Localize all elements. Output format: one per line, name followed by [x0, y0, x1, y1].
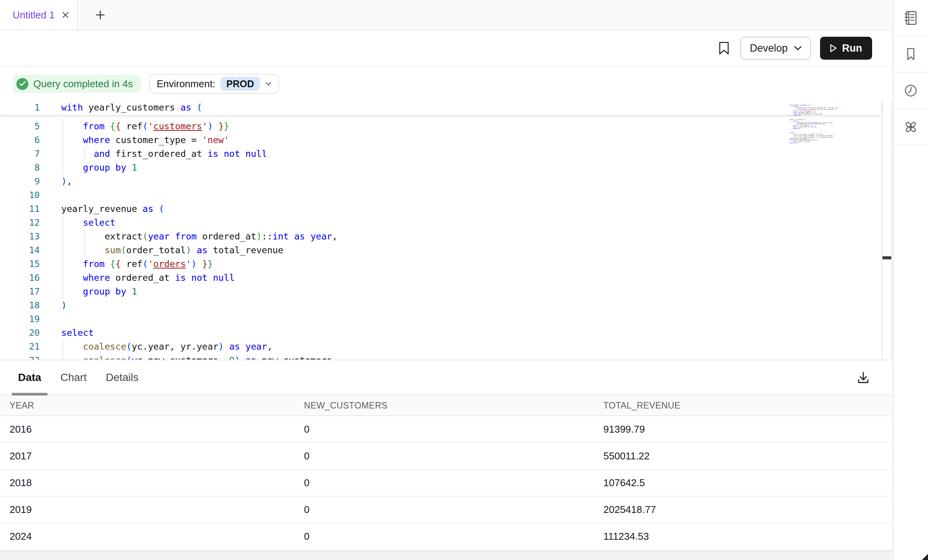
- run-label: Run: [842, 42, 862, 54]
- table-row: 2016091399.79: [0, 416, 892, 443]
- new-tab-button[interactable]: [91, 0, 109, 30]
- results-tab-data[interactable]: Data: [18, 360, 41, 395]
- table-cell: 91399.79: [603, 423, 892, 435]
- column-header: TOTAL_REVENUE: [603, 400, 892, 411]
- bookmark-icon: [902, 46, 919, 63]
- code-line: 13 extract(year from ordered_at)::int as…: [0, 230, 881, 243]
- code-line: 22 coalesce(yc.new_customers, 0) as new_…: [0, 353, 881, 360]
- table-row: 20180107642.5: [0, 470, 892, 497]
- table-cell: 0: [304, 477, 603, 489]
- code-line: 15 from {{ ref('orders') }}: [0, 257, 881, 271]
- code-line: 6 where customer_type = 'new': [0, 133, 881, 147]
- line-number: 12: [0, 216, 40, 230]
- ref-link[interactable]: orders: [154, 259, 186, 269]
- line-number: 20: [0, 326, 40, 340]
- line-number: 5: [0, 119, 40, 133]
- table-row: 201902025418.77: [0, 497, 892, 523]
- sidebar-item-notebook[interactable]: [894, 0, 928, 36]
- chevron-down-icon: [794, 46, 802, 51]
- code-lines: 5 from {{ ref('customers') }}6 where cus…: [0, 119, 881, 360]
- line-number: 6: [0, 133, 40, 147]
- line-number: 17: [0, 285, 40, 298]
- code-line: 9),: [0, 174, 881, 188]
- environment-label: Environment:: [157, 78, 215, 90]
- tab-label: Untitled 1: [13, 9, 55, 21]
- sql-code-editor[interactable]: 5 from {{ ref('customers') }}6 where cus…: [0, 100, 892, 360]
- develop-label: Develop: [750, 42, 787, 54]
- code-line: 17 group by 1: [0, 285, 881, 298]
- column-header: NEW_CUSTOMERS: [304, 400, 603, 411]
- code-line: 10: [0, 188, 881, 202]
- table-cell: 0: [304, 450, 603, 462]
- query-status-text: Query completed in 4s: [33, 78, 133, 90]
- line-number: 18: [0, 298, 40, 312]
- line-number: 7: [0, 147, 40, 161]
- play-icon: [830, 44, 837, 52]
- line-number: 8: [0, 161, 40, 174]
- table-cell: 2016: [0, 423, 304, 435]
- sidebar-item-bookmarks[interactable]: [894, 36, 928, 73]
- line-number: 9: [0, 174, 40, 188]
- editor-tabbar: Untitled 1: [0, 0, 892, 31]
- history-icon: [902, 82, 919, 99]
- bookmark-icon[interactable]: [717, 40, 731, 57]
- line-number: 11: [0, 202, 40, 216]
- table-cell: 2019: [0, 504, 304, 516]
- horizontal-scrollbar[interactable]: [0, 551, 892, 560]
- sticky-line: 1with yearly_customers as (: [0, 100, 882, 115]
- code-line: 14 sum(order_total) as total_revenue: [0, 243, 881, 257]
- tab-untitled-1[interactable]: Untitled 1: [0, 0, 78, 30]
- sidebar-item-history[interactable]: [894, 73, 928, 109]
- line-number: 1: [0, 100, 40, 115]
- ref-link[interactable]: customers: [154, 121, 202, 132]
- resize-corner-handle[interactable]: [922, 554, 928, 560]
- environment-value-badge: PROD: [221, 77, 260, 91]
- results-panel: DataChartDetails YEARNEW_CUSTOMERSTOTAL_…: [0, 360, 892, 560]
- results-tabs: DataChartDetails: [0, 360, 892, 396]
- table-cell: 107642.5: [603, 477, 892, 489]
- code-line: 1with yearly_customers as (: [0, 100, 882, 115]
- table-row: 20170550011.22: [0, 443, 892, 470]
- editor-scrollbar[interactable]: [882, 100, 892, 360]
- line-number: 15: [0, 257, 40, 271]
- notebook-icon: [902, 9, 920, 27]
- table-header: YEARNEW_CUSTOMERSTOTAL_REVENUE: [0, 396, 892, 416]
- query-status-badge: Query completed in 4s: [13, 75, 141, 93]
- code-line: 7 and first_ordered_at is not null: [0, 147, 881, 161]
- code-line: 20select: [0, 326, 881, 340]
- code-line: 21 coalesce(yc.year, yr.year) as year,: [0, 340, 881, 353]
- environment-select[interactable]: Environment: PROD: [149, 74, 279, 94]
- line-number: 10: [0, 188, 40, 202]
- table-cell: 550011.22: [603, 450, 892, 462]
- ide-window: Untitled 1 Develop Run Query completed: [0, 0, 928, 560]
- download-icon[interactable]: [854, 369, 872, 386]
- results-tab-details[interactable]: Details: [106, 360, 139, 395]
- develop-dropdown[interactable]: Develop: [740, 37, 810, 60]
- run-button[interactable]: Run: [820, 37, 872, 60]
- code-line: 8 group by 1: [0, 161, 881, 174]
- sidebar-item-explore[interactable]: [894, 109, 928, 145]
- status-row: Query completed in 4s Environment: PROD: [0, 67, 892, 100]
- cursor-overview-mark: [882, 256, 891, 259]
- table-cell: 111234.53: [603, 531, 892, 542]
- table-cell: 2018: [0, 477, 304, 489]
- code-line: 5 from {{ ref('customers') }}: [0, 119, 881, 133]
- ref-link[interactable]: orders: [804, 125, 809, 126]
- table-cell: 2025418.77: [603, 504, 892, 516]
- table-cell: 0: [304, 504, 603, 516]
- close-tab-icon[interactable]: [61, 10, 70, 20]
- table-cell: 2017: [0, 450, 304, 462]
- explore-icon: [902, 118, 920, 136]
- code-line: 16 where ordered_at is not null: [0, 271, 881, 285]
- table-cell: 0: [304, 531, 603, 542]
- results-tab-chart[interactable]: Chart: [60, 360, 87, 395]
- ref-link[interactable]: customers: [804, 111, 812, 112]
- line-number: 16: [0, 271, 40, 285]
- table-cell: 0: [304, 423, 603, 435]
- minimap[interactable]: with yearly_customers as ( select extrac…: [789, 104, 881, 357]
- toolbar: Develop Run: [0, 31, 892, 67]
- code-line: 18): [0, 298, 881, 312]
- table-row: 20240111234.53: [0, 523, 892, 550]
- line-number: 19: [0, 312, 40, 326]
- line-number: 14: [0, 243, 40, 257]
